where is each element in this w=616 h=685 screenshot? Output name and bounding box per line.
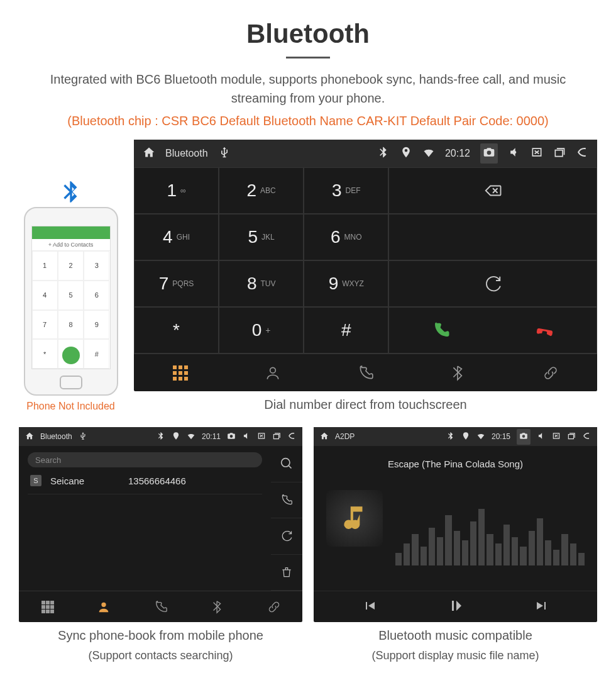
camera-icon[interactable] xyxy=(517,429,531,445)
phonebook-caption2: (Support contacts searching) xyxy=(19,649,302,662)
tab-keypad[interactable] xyxy=(19,591,75,622)
status-time: 20:12 xyxy=(445,148,470,159)
tab-bluetooth[interactable] xyxy=(412,354,504,391)
contact-number: 13566664466 xyxy=(128,476,186,486)
recent-apps-icon[interactable] xyxy=(553,146,566,161)
tab-contacts[interactable] xyxy=(75,591,132,622)
key-6[interactable]: 6MNO xyxy=(304,214,388,260)
call-contact-button[interactable] xyxy=(271,482,302,519)
backspace-button[interactable] xyxy=(388,167,597,214)
volume-icon[interactable] xyxy=(537,432,546,442)
redial-button[interactable] xyxy=(388,260,597,307)
contact-badge: S xyxy=(30,475,41,486)
pb-status-time: 20:11 xyxy=(202,432,221,441)
music-status-title: A2DP xyxy=(335,432,355,441)
back-icon[interactable] xyxy=(582,432,591,442)
usb-icon xyxy=(218,146,231,161)
tab-recent[interactable] xyxy=(319,354,412,391)
tab-pair[interactable] xyxy=(246,591,302,622)
camera-icon[interactable] xyxy=(480,143,498,164)
key-3[interactable]: 3DEF xyxy=(304,167,388,214)
tab-recent[interactable] xyxy=(132,591,189,622)
tab-pair[interactable] xyxy=(505,354,597,391)
contact-name: Seicane xyxy=(50,476,119,486)
location-icon xyxy=(172,432,180,442)
music-status-time: 20:15 xyxy=(492,432,510,441)
phone-caption: Phone Not Included xyxy=(19,401,123,412)
recent-apps-icon[interactable] xyxy=(272,432,281,442)
back-icon[interactable] xyxy=(576,146,588,161)
bluetooth-status-icon xyxy=(157,432,165,442)
volume-icon[interactable] xyxy=(242,432,251,442)
key-1[interactable]: 1∞ xyxy=(134,167,219,214)
song-title: Escape (The Pina Colada Song) xyxy=(314,459,597,469)
call-button[interactable] xyxy=(389,308,493,353)
home-icon[interactable] xyxy=(143,146,155,161)
key-4[interactable]: 4GHI xyxy=(134,214,219,260)
phone-mockup: + Add to Contacts 123 456 789 *0# xyxy=(24,207,118,396)
status-bar: Bluetooth 20:12 xyxy=(134,140,597,167)
call-controls xyxy=(388,307,597,354)
tab-keypad[interactable] xyxy=(134,354,226,391)
play-button[interactable] xyxy=(448,598,463,616)
bluetooth-status-icon xyxy=(446,432,455,442)
close-app-icon[interactable] xyxy=(257,432,266,442)
tab-bluetooth[interactable] xyxy=(189,591,246,622)
bluetooth-info: (Bluetooth chip : CSR BC6 Default Blueto… xyxy=(19,114,597,128)
key-9[interactable]: 9WXYZ xyxy=(304,260,388,307)
key-2[interactable]: 2ABC xyxy=(219,167,304,214)
sync-button[interactable] xyxy=(271,518,302,555)
bluetooth-icon xyxy=(58,179,84,204)
key-hash[interactable]: # xyxy=(304,307,388,354)
music-screen: A2DP 20:15 Escape (The Pina Colada Song) xyxy=(314,427,597,622)
tab-contacts[interactable] xyxy=(226,354,319,391)
key-star[interactable]: * xyxy=(134,307,219,354)
key-0[interactable]: 0+ xyxy=(219,307,304,354)
prev-button[interactable] xyxy=(362,598,377,616)
home-icon[interactable] xyxy=(320,432,329,442)
dialer-screen: Bluetooth 20:12 1∞ 2ABC xyxy=(134,140,597,391)
description: Integrated with BC6 Bluetooth module, su… xyxy=(19,70,597,108)
music-controls xyxy=(314,591,597,622)
status-title: Bluetooth xyxy=(165,148,208,159)
dialer-tabbar xyxy=(134,354,597,391)
pb-status-bar: Bluetooth 20:11 xyxy=(19,427,302,446)
pb-status-title: Bluetooth xyxy=(40,432,72,441)
visualizer xyxy=(395,503,585,565)
recent-apps-icon[interactable] xyxy=(567,432,576,442)
key-7[interactable]: 7PQRS xyxy=(134,260,219,307)
location-icon xyxy=(400,146,412,161)
dialer-caption: Dial number direct from touchscreen xyxy=(134,398,597,412)
close-app-icon[interactable] xyxy=(531,146,543,161)
music-caption1: Bluetooth music compatible xyxy=(314,628,597,643)
camera-icon[interactable] xyxy=(227,432,236,442)
music-caption2: (Support display music file name) xyxy=(314,649,597,662)
wifi-icon xyxy=(187,432,195,442)
phonebook-screen: Bluetooth 20:11 Search xyxy=(19,427,302,622)
blank-cell xyxy=(388,214,597,260)
add-contacts-label: + Add to Contacts xyxy=(32,239,110,251)
contact-row[interactable]: S Seicane 13566664466 xyxy=(28,467,262,494)
next-button[interactable] xyxy=(534,598,549,616)
usb-icon xyxy=(79,432,87,442)
phonebook-caption1: Sync phone-book from mobile phone xyxy=(19,628,302,643)
location-icon xyxy=(461,432,470,442)
back-icon[interactable] xyxy=(287,432,296,442)
key-8[interactable]: 8TUV xyxy=(219,260,304,307)
key-5[interactable]: 5JKL xyxy=(219,214,304,260)
delete-button[interactable] xyxy=(271,555,302,591)
close-app-icon[interactable] xyxy=(552,432,561,442)
wifi-icon xyxy=(476,432,485,442)
music-note-icon xyxy=(326,490,383,547)
bluetooth-status-icon xyxy=(377,146,390,161)
home-icon[interactable] xyxy=(25,432,34,442)
title-underline xyxy=(286,57,330,58)
page-title: Bluetooth xyxy=(19,19,597,49)
volume-icon[interactable] xyxy=(508,146,520,161)
music-status-bar: A2DP 20:15 xyxy=(314,427,597,446)
hangup-button[interactable] xyxy=(493,308,597,353)
search-input[interactable]: Search xyxy=(28,452,262,467)
search-button[interactable] xyxy=(271,446,302,482)
wifi-icon xyxy=(422,146,435,161)
dial-keypad: 1∞ 2ABC 3DEF 4GHI 5JKL 6MNO 7PQRS 8TUV 9… xyxy=(134,167,388,354)
